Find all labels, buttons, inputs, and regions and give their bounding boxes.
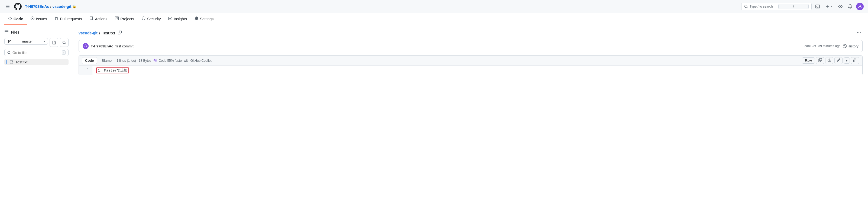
- file-name-heading: Test.txt: [102, 31, 115, 35]
- code-highlight: 1. Masterで追加: [96, 67, 129, 73]
- security-icon: [142, 16, 146, 21]
- edit-button[interactable]: [834, 57, 842, 64]
- files-label: Files: [11, 30, 20, 34]
- branch-selector[interactable]: master ▾: [4, 38, 48, 45]
- tab-pull-requests[interactable]: Pull requests: [51, 13, 86, 25]
- nav-tabs: Code Issues Pull requests Actions: [0, 13, 868, 25]
- download-button[interactable]: [825, 57, 833, 64]
- file-icon: [9, 60, 13, 64]
- repo-breadcrumb-link[interactable]: vscode-git: [79, 31, 97, 35]
- repo-link[interactable]: vscode-git: [52, 4, 71, 9]
- search-kbd: /: [778, 4, 809, 9]
- copy-raw-button[interactable]: [816, 57, 824, 64]
- org-link[interactable]: T-H9703EnAc: [25, 4, 49, 9]
- tab-insights[interactable]: Insights: [164, 13, 190, 25]
- pr-icon: [55, 16, 58, 21]
- tab-security[interactable]: Security: [138, 13, 165, 25]
- more-file-options-button[interactable]: ▾: [844, 58, 850, 64]
- commit-time: 39 minutes ago: [818, 44, 840, 48]
- commit-message: first commit: [116, 44, 133, 48]
- file-viewer: Code Blame 1 lines (1 loc) · 18 Bytes Co…: [79, 55, 863, 75]
- file-viewer-actions: Raw: [802, 57, 859, 64]
- commit-hash: cab12ef: [805, 44, 816, 48]
- history-icon: [843, 44, 846, 48]
- more-options-button[interactable]: ···: [855, 30, 863, 36]
- hamburger-button[interactable]: [4, 3, 11, 10]
- file-viewer-header: Code Blame 1 lines (1 loc) · 18 Bytes Co…: [79, 56, 862, 66]
- history-label: History: [848, 44, 859, 48]
- raw-button[interactable]: Raw: [802, 58, 815, 64]
- go-to-file-search-icon: [7, 51, 11, 55]
- watch-button[interactable]: [837, 3, 844, 10]
- settings-icon: [194, 16, 198, 21]
- avatar[interactable]: [856, 3, 864, 10]
- expand-button[interactable]: [851, 57, 859, 64]
- file-path: vscode-git / Test.txt ···: [79, 30, 863, 36]
- sidebar-header: Files: [4, 30, 68, 35]
- file-name: Test.txt: [16, 60, 27, 64]
- search-box[interactable]: Type / to search /: [741, 3, 812, 10]
- tab-code-view[interactable]: Code: [82, 57, 97, 64]
- tab-projects-label: Projects: [120, 17, 134, 21]
- insights-icon: [168, 16, 172, 21]
- chevron-down-icon: ▾: [43, 40, 45, 43]
- tab-issues-label: Issues: [36, 17, 47, 21]
- tab-settings-label: Settings: [200, 17, 214, 21]
- panel-icon: [4, 30, 9, 35]
- code-icon: [8, 16, 12, 21]
- tab-actions[interactable]: Actions: [86, 13, 111, 25]
- tab-code-label: Code: [13, 17, 23, 21]
- tab-projects[interactable]: Projects: [111, 13, 138, 25]
- commit-bar: T-H9703EnAc first commit cab12ef 39 minu…: [79, 40, 863, 52]
- actions-icon: [89, 16, 93, 21]
- tab-security-label: Security: [147, 17, 161, 21]
- projects-icon: [115, 16, 119, 21]
- sidebar: Files master ▾: [0, 25, 73, 196]
- commit-avatar: [83, 43, 89, 49]
- go-to-file-input[interactable]: t: [4, 49, 68, 56]
- line-number: 1: [79, 66, 92, 75]
- copilot-hint-text: Code 55% faster with GitHub Copilot: [158, 59, 211, 63]
- commit-author[interactable]: T-H9703EnAc: [91, 44, 113, 48]
- tab-issues[interactable]: Issues: [27, 13, 51, 25]
- tab-pull-requests-label: Pull requests: [60, 17, 82, 21]
- plus-button[interactable]: [824, 3, 834, 10]
- header-right: Type / to search /: [741, 3, 864, 10]
- breadcrumb-sep: /: [50, 4, 51, 9]
- lock-icon: 🔒: [72, 5, 76, 8]
- copilot-icon: [153, 59, 157, 63]
- branch-name: master: [13, 39, 42, 43]
- commit-right: cab12ef 39 minutes ago History: [805, 44, 859, 48]
- tab-settings[interactable]: Settings: [191, 13, 218, 25]
- github-logo[interactable]: [14, 3, 22, 10]
- file-meta: 1 lines (1 loc) · 18 Bytes: [117, 59, 151, 63]
- tab-actions-label: Actions: [95, 17, 107, 21]
- active-bar: [6, 60, 7, 64]
- issues-icon: [31, 16, 34, 21]
- list-item[interactable]: Test.txt: [4, 59, 68, 65]
- copilot-hint: Code 55% faster with GitHub Copilot: [153, 59, 211, 63]
- notifications-button[interactable]: [846, 3, 854, 10]
- history-button[interactable]: History: [843, 44, 859, 48]
- line-content: 1. Masterで追加: [92, 66, 862, 75]
- path-sep: /: [99, 31, 100, 35]
- code-content: 1 1. Masterで追加: [79, 66, 862, 75]
- top-header: T-H9703EnAc / vscode-git 🔒 Type / to sea…: [0, 0, 868, 13]
- copy-path-button[interactable]: [117, 30, 123, 36]
- tab-code[interactable]: Code: [4, 13, 27, 25]
- breadcrumb: T-H9703EnAc / vscode-git 🔒: [25, 4, 76, 9]
- branch-icon: [7, 39, 11, 43]
- content-area: vscode-git / Test.txt ··· T-H9703EnAc fi…: [73, 25, 868, 196]
- search-placeholder: Type / to search: [750, 5, 777, 8]
- table-row: 1 1. Masterで追加: [79, 66, 862, 75]
- search-file-button[interactable]: [60, 38, 68, 47]
- tab-blame-view[interactable]: Blame: [99, 58, 115, 64]
- add-file-button[interactable]: [50, 38, 58, 47]
- main-layout: Files master ▾: [0, 25, 868, 196]
- go-to-file-text-input[interactable]: [12, 51, 60, 55]
- go-to-file-kbd: t: [62, 51, 66, 55]
- tab-insights-label: Insights: [174, 17, 187, 21]
- terminal-button[interactable]: [814, 3, 822, 10]
- search-icon: [744, 5, 748, 8]
